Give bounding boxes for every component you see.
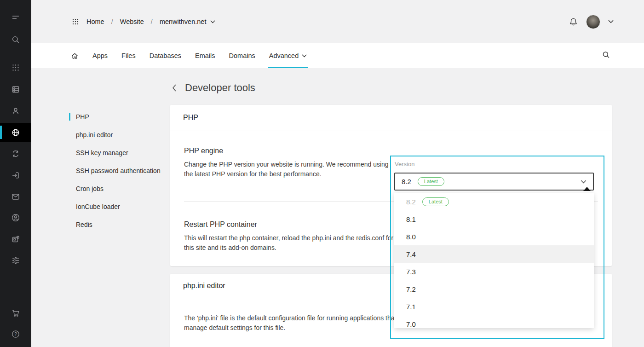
tab-databases[interactable]: Databases [143,43,188,68]
tab-advanced[interactable]: Advanced [262,43,314,68]
breadcrumb-domain-dropdown[interactable]: menwithven.net [160,18,216,25]
billing-icon[interactable] [0,230,31,249]
user-avatar[interactable] [586,15,600,29]
tab-advanced-label: Advanced [269,52,299,59]
version-option-8-2[interactable]: 8.2 Latest [394,193,594,210]
subnav-item-ssh-password-auth[interactable]: SSH password authentication [69,162,175,179]
version-option-label: 7.3 [406,268,416,276]
version-option-8-0[interactable]: 8.0 [394,228,594,245]
tab-emails[interactable]: Emails [188,43,222,68]
version-option-8-1[interactable]: 8.1 [394,210,594,228]
restart-php-title: Restart PHP container [184,220,257,229]
chevron-left-icon [172,84,176,92]
page-title: Developer tools [185,82,255,94]
chevron-down-icon [210,20,215,23]
tab-apps[interactable]: Apps [86,43,115,68]
subnav-label: IonCube loader [76,203,120,210]
search-icon[interactable] [0,30,31,49]
developer-tools-subnav: PHP php.ini editor SSH key manager SSH p… [69,108,175,233]
top-bar: Home / Website / menwithven.net [31,0,644,43]
version-option-7-3[interactable]: 7.3 [394,263,594,280]
tab-emails-label: Emails [195,52,215,59]
sync-icon[interactable] [0,145,31,163]
restart-php-description-line: This will restart the php container, rel… [184,233,393,243]
page-title-row: Developer tools [171,82,255,94]
settings-icon[interactable] [0,251,31,270]
subnav-item-cron-jobs[interactable]: Cron jobs [69,179,175,197]
breadcrumb-separator: / [111,18,113,25]
version-field-label: Version [395,161,414,168]
cart-icon[interactable] [0,304,31,322]
hosting-icon[interactable] [0,80,31,98]
version-option-7-0[interactable]: 7.0 [394,315,594,328]
phpini-description-line: The 'php.ini' file is the default config… [184,313,400,323]
dropdown-caret [583,187,591,191]
top-right-controls [569,15,614,29]
collapse-menu-icon[interactable] [0,8,31,27]
breadcrumb-domain-label: menwithven.net [160,18,207,25]
subnav-label: SSH key manager [76,149,128,156]
subnav-item-ioncube-loader[interactable]: IonCube loader [69,197,175,215]
tab-files[interactable]: Files [115,43,143,68]
breadcrumb-grid-icon[interactable] [71,17,80,26]
websites-icon[interactable] [0,123,31,142]
subnav-item-phpini-editor[interactable]: php.ini editor [69,126,175,144]
version-selected-value: 8.2 [402,178,411,185]
version-option-label: 7.1 [406,303,416,311]
version-option-label: 7.0 [406,320,416,328]
back-button[interactable] [171,82,177,93]
subnav-label: php.ini editor [76,131,113,139]
version-option-label: 7.2 [406,285,416,293]
subnav-label: Cron jobs [76,185,104,192]
help-icon[interactable]: ? [0,325,31,343]
email-icon[interactable] [0,187,31,206]
restart-php-description-line: this site and its add-on domains. [184,243,393,253]
breadcrumb-home[interactable]: Home [86,18,104,25]
svg-text:?: ? [14,332,17,337]
tab-files-label: Files [121,52,136,59]
select-chevron-down-icon [581,180,586,184]
chevron-down-icon [302,54,307,58]
sidebar-active-indicator [0,126,2,139]
php-card-header: PHP [170,105,612,131]
phpini-description-line: manage default settings for this file. [184,323,400,333]
site-nav: Apps Files Databases Emails Domains Adva… [31,43,644,68]
tab-domains-label: Domains [229,52,255,59]
tab-apps-label: Apps [92,52,108,59]
subnav-item-php[interactable]: PHP [69,108,175,126]
php-engine-description-line: the latest PHP version for the best perf… [184,169,389,179]
version-option-7-2[interactable]: 7.2 [394,280,594,298]
nav-search-icon[interactable] [602,51,610,61]
php-engine-description-line: Change the PHP version your website is r… [184,160,389,169]
phpini-description: The 'php.ini' file is the default config… [184,313,400,332]
grid-apps-icon[interactable] [0,58,31,77]
profile-icon[interactable] [0,102,31,120]
home-tab-icon[interactable] [70,43,86,68]
version-option-7-1[interactable]: 7.1 [394,298,594,315]
subnav-label: Redis [76,221,92,228]
account-menu-chevron-icon[interactable] [608,20,614,23]
php-engine-description: Change the PHP version your website is r… [184,160,389,179]
version-option-7-4[interactable]: 7.4 [394,245,594,263]
subnav-label: PHP [76,113,89,121]
tab-domains[interactable]: Domains [222,43,262,68]
latest-badge: Latest [418,177,444,186]
breadcrumb: Home / Website / menwithven.net [71,17,215,26]
notifications-bell-icon[interactable] [569,17,578,27]
version-option-label: 7.4 [406,250,416,258]
import-icon[interactable] [0,166,31,185]
subnav-label: SSH password authentication [76,167,161,174]
tab-databases-label: Databases [150,52,181,59]
breadcrumb-website[interactable]: Website [120,18,144,25]
breadcrumb-separator: / [151,18,153,25]
subnav-item-ssh-key-manager[interactable]: SSH key manager [69,144,175,162]
account-icon[interactable] [0,208,31,227]
sidebar: ? [0,0,31,347]
version-select[interactable]: 8.2 Latest [394,173,594,191]
restart-php-description: This will restart the php container, rel… [184,233,393,252]
php-engine-title: PHP engine [184,147,223,155]
latest-badge: Latest [422,197,449,206]
subnav-item-redis[interactable]: Redis [69,215,175,233]
version-option-label: 8.2 [406,198,416,206]
version-option-label: 8.0 [406,233,416,241]
